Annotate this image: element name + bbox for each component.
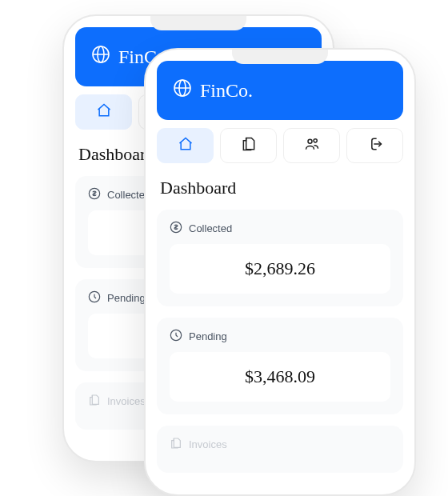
card-pending-label: Pending (189, 330, 227, 342)
nav-home[interactable] (75, 94, 132, 130)
card-collected-value: $2,689.26 (170, 244, 390, 294)
card-pending-value: $3,468.09 (170, 352, 390, 402)
nav-bar (157, 128, 403, 163)
globe-icon (91, 45, 110, 69)
nav-documents[interactable] (220, 128, 277, 163)
clock-icon (88, 290, 101, 306)
card-invoices-label: Invoices (189, 438, 227, 450)
nav-customers[interactable] (283, 128, 340, 163)
card-invoices-label: Invoices (107, 395, 146, 407)
card-pending-label: Pending (107, 292, 146, 304)
svg-point-11 (308, 139, 312, 143)
phone-mockup-front: FinCo. Da (144, 48, 416, 496)
home-icon (96, 102, 112, 122)
page-title: Dashboard (160, 178, 400, 198)
invoices-icon (88, 394, 101, 409)
documents-icon (241, 136, 257, 155)
customers-icon (304, 136, 320, 155)
dollar-icon (88, 187, 101, 202)
clock-icon (170, 329, 182, 344)
home-icon (178, 136, 194, 155)
card-invoices: Invoices (157, 426, 403, 473)
logout-icon (367, 136, 383, 155)
globe-icon (173, 78, 192, 102)
card-pending: Pending $3,468.09 (157, 318, 403, 414)
phone-notch (150, 16, 246, 30)
nav-home[interactable] (157, 128, 214, 163)
phone-notch (232, 50, 328, 64)
app-header: FinCo. (157, 61, 403, 120)
app-name: FinCo. (200, 80, 253, 102)
nav-logout[interactable] (346, 128, 403, 163)
svg-point-12 (314, 139, 317, 142)
card-collected: Collected $2,689.26 (157, 210, 403, 306)
dollar-icon (170, 221, 182, 236)
invoices-icon (170, 437, 182, 452)
card-collected-label: Collected (189, 222, 232, 234)
